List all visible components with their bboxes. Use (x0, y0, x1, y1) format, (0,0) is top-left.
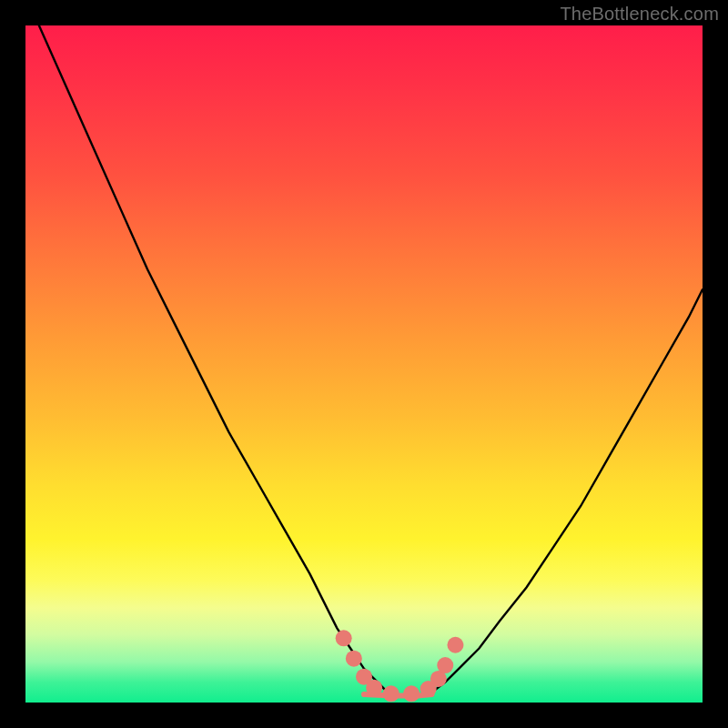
marker-dot (336, 630, 352, 646)
marker-dot (437, 657, 453, 673)
chart-frame: TheBottleneck.com (0, 0, 728, 728)
marker-dot (366, 680, 382, 696)
curve-left (39, 25, 388, 693)
marker-dot (447, 637, 463, 653)
marker-dot (403, 685, 420, 702)
chart-svg (25, 25, 703, 703)
curve-right (431, 289, 703, 693)
marker-dot (383, 685, 399, 702)
plot-area (25, 25, 703, 703)
marker-dot (346, 651, 362, 667)
marker-dots (336, 630, 464, 702)
watermark-text: TheBottleneck.com (560, 4, 719, 25)
